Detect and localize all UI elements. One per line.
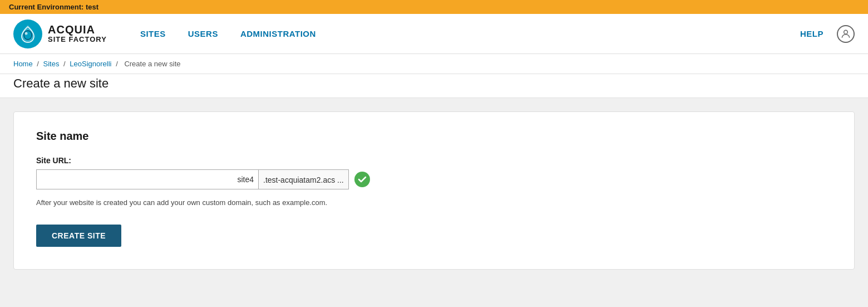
breadcrumb-home[interactable]: Home (13, 60, 33, 68)
breadcrumb-current: Create a new site (124, 60, 180, 68)
logo-icon (13, 20, 42, 48)
page-title: Create a new site (13, 76, 855, 91)
svg-point-3 (844, 30, 848, 34)
environment-text: Current Environment: test (9, 3, 98, 11)
nav-sites[interactable]: SITES (140, 29, 166, 38)
create-site-button[interactable]: CREATE SITE (36, 225, 121, 247)
page-title-area: Create a new site (0, 74, 868, 98)
logo-text: ACQUIA SITE FACTORY (48, 23, 107, 43)
nav-users[interactable]: USERS (188, 29, 218, 38)
header: ACQUIA SITE FACTORY SITES USERS ADMINIST… (0, 14, 868, 54)
breadcrumb-sites[interactable]: Sites (43, 60, 60, 68)
logo-sitefactory: SITE FACTORY (48, 36, 107, 43)
form-card: Site name Site URL: .test-acquiatam2.acs… (13, 111, 855, 270)
site-url-input[interactable] (36, 169, 259, 189)
url-suffix: .test-acquiatam2.acs ... (259, 169, 349, 189)
user-icon (840, 28, 851, 40)
environment-banner: Current Environment: test (0, 0, 868, 14)
breadcrumb-sep3: / (116, 60, 118, 68)
breadcrumb-area: Home / Sites / LeoSignorelli / Create a … (0, 54, 868, 74)
header-right: HELP (800, 25, 855, 43)
user-avatar-icon[interactable] (837, 25, 855, 43)
breadcrumb-sep1: / (37, 60, 39, 68)
logo[interactable]: ACQUIA SITE FACTORY (13, 20, 107, 48)
main-content: Site name Site URL: .test-acquiatam2.acs… (0, 98, 868, 307)
url-input-row: .test-acquiatam2.acs ... (36, 169, 832, 189)
main-nav: SITES USERS ADMINISTRATION (140, 29, 800, 38)
help-link[interactable]: HELP (800, 29, 823, 38)
breadcrumb-user[interactable]: LeoSignorelli (70, 60, 111, 68)
breadcrumb-sep2: / (63, 60, 66, 68)
site-url-label: Site URL: (36, 156, 832, 165)
breadcrumb: Home / Sites / LeoSignorelli / Create a … (13, 60, 855, 68)
nav-administration[interactable]: ADMINISTRATION (240, 29, 316, 38)
valid-checkmark-icon (354, 172, 370, 187)
logo-acquia: ACQUIA (48, 23, 107, 36)
helper-text: After your website is created you can ad… (36, 198, 832, 207)
svg-point-2 (25, 32, 28, 35)
site-name-heading: Site name (36, 130, 832, 143)
